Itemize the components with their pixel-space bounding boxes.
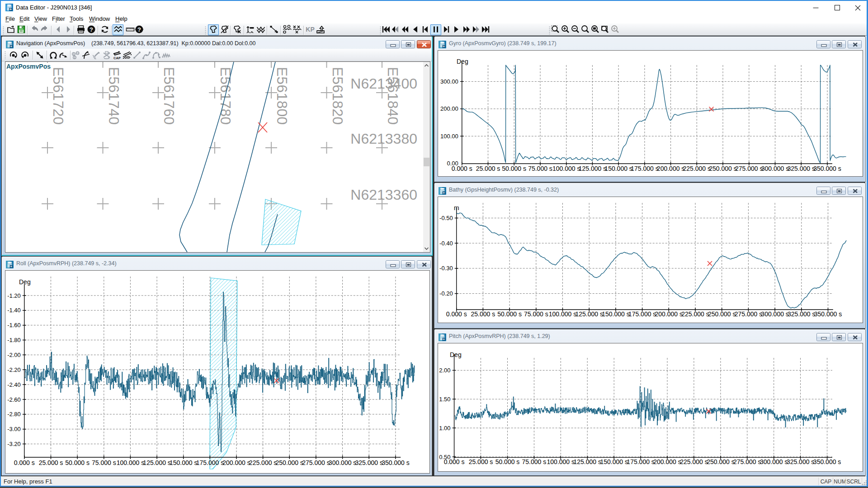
svg-text:200.000 s: 200.000 s: [222, 459, 250, 466]
svg-text:25.000 s: 25.000 s: [39, 459, 63, 466]
svg-text:100.000 s: 100.000 s: [117, 459, 145, 466]
svg-text:-3.20: -3.20: [7, 441, 21, 447]
svg-text:CAP: CAP: [113, 56, 121, 60]
svg-text:1.50: 1.50: [439, 396, 450, 403]
svg-text:E561740: E561740: [106, 67, 122, 125]
svg-text:175.000 s: 175.000 s: [627, 458, 655, 465]
svg-text:200.000 s: 200.000 s: [657, 165, 685, 172]
svg-text:-2.40: -2.40: [7, 381, 21, 388]
svg-text:325.000 s: 325.000 s: [355, 459, 383, 466]
svg-text:-0.30: -0.30: [439, 265, 453, 272]
svg-text:N6213400: N6213400: [350, 75, 417, 92]
svg-text:75.000 s: 75.000 s: [524, 310, 548, 318]
svg-text:325.000 s: 325.000 s: [787, 458, 815, 465]
svg-text:50.000 s: 50.000 s: [65, 459, 90, 466]
svg-text:275.000 s: 275.000 s: [735, 310, 763, 318]
svg-text:-2.60: -2.60: [7, 396, 21, 403]
svg-text:E561820: E561820: [330, 67, 346, 125]
svg-text:300.000 s: 300.000 s: [761, 310, 789, 318]
svg-text:200.000 s: 200.000 s: [653, 458, 681, 465]
svg-text:125.000 s: 125.000 s: [579, 165, 607, 172]
svg-text:0.000 s: 0.000 s: [14, 459, 35, 466]
svg-text:250.000 s: 250.000 s: [709, 165, 737, 172]
svg-text:?: ?: [90, 26, 93, 33]
svg-text:50.000 s: 50.000 s: [497, 310, 522, 318]
svg-text:50.000 s: 50.000 s: [502, 165, 526, 172]
svg-text:200.000 s: 200.000 s: [655, 310, 683, 318]
svg-text:300.000 s: 300.000 s: [761, 165, 789, 172]
svg-text:275.000 s: 275.000 s: [735, 165, 763, 172]
svg-text:75.000 s: 75.000 s: [522, 458, 547, 465]
svg-text:150.000 s: 150.000 s: [602, 310, 630, 318]
svg-text:-2.80: -2.80: [7, 411, 21, 418]
svg-text:225.000 s: 225.000 s: [683, 165, 711, 172]
svg-text:-1.40: -1.40: [7, 307, 21, 314]
svg-text:-3.00: -3.00: [7, 426, 21, 432]
svg-text:175.000 s: 175.000 s: [631, 165, 659, 172]
svg-text:E561760: E561760: [161, 67, 177, 125]
svg-text:100.00: 100.00: [440, 133, 458, 140]
svg-text:175.000 s: 175.000 s: [628, 310, 656, 318]
svg-text:150.000 s: 150.000 s: [604, 165, 632, 172]
svg-text:0.000 s: 0.000 s: [452, 165, 472, 172]
svg-text:300.00: 300.00: [440, 78, 458, 85]
svg-text:-2.00: -2.00: [7, 352, 21, 358]
svg-text:150.000 s: 150.000 s: [600, 458, 628, 465]
svg-text:125.000 s: 125.000 s: [573, 458, 601, 465]
svg-text:E561720: E561720: [50, 67, 66, 125]
svg-text:-1.80: -1.80: [7, 337, 21, 343]
svg-text:Deg: Deg: [450, 351, 462, 358]
svg-text:275.000 s: 275.000 s: [302, 459, 330, 466]
svg-text:2.00: 2.00: [439, 367, 450, 374]
svg-text:150.000 s: 150.000 s: [170, 459, 198, 466]
svg-text:325.000 s: 325.000 s: [787, 165, 815, 172]
svg-text:250.000 s: 250.000 s: [276, 459, 304, 466]
svg-text:KP: KP: [306, 26, 314, 33]
svg-text:275.000 s: 275.000 s: [733, 458, 761, 465]
svg-text:m: m: [454, 204, 459, 211]
svg-text:-0.40: -0.40: [439, 240, 453, 247]
svg-text:N6213380: N6213380: [350, 131, 417, 147]
svg-text:1.00: 1.00: [439, 425, 450, 432]
svg-text:0.000 s: 0.000 s: [446, 310, 467, 318]
svg-text:0.000 s: 0.000 s: [444, 458, 465, 465]
svg-text:300.000 s: 300.000 s: [329, 459, 357, 466]
svg-text:25.000 s: 25.000 s: [469, 458, 493, 465]
svg-text:Deg: Deg: [19, 278, 31, 286]
svg-text:?: ?: [137, 26, 141, 33]
svg-text:25.000 s: 25.000 s: [471, 310, 495, 318]
svg-text:75.000 s: 75.000 s: [92, 459, 116, 466]
svg-text:Deg: Deg: [457, 58, 468, 65]
svg-text:75.000 s: 75.000 s: [528, 165, 552, 172]
svg-text:-0.50: -0.50: [439, 215, 453, 221]
svg-text:100.000 s: 100.000 s: [547, 458, 575, 465]
svg-text:-0.20: -0.20: [439, 290, 453, 297]
svg-text:-2.20: -2.20: [7, 366, 21, 373]
svg-text:125.000 s: 125.000 s: [575, 310, 603, 318]
svg-text:100.000 s: 100.000 s: [549, 310, 577, 318]
svg-text:325.000 s: 325.000 s: [788, 310, 816, 318]
svg-text:225.000 s: 225.000 s: [681, 310, 709, 318]
svg-text:N6213360: N6213360: [350, 187, 417, 203]
svg-text:300.000 s: 300.000 s: [760, 458, 788, 465]
svg-text:350.000 s: 350.000 s: [813, 458, 841, 465]
svg-text:350.000 s: 350.000 s: [382, 459, 410, 466]
svg-text:125.000 s: 125.000 s: [143, 459, 171, 466]
svg-text:250.000 s: 250.000 s: [707, 458, 735, 465]
svg-text:E561800: E561800: [274, 67, 290, 125]
svg-text:-1.20: -1.20: [7, 292, 21, 299]
svg-text:250.000 s: 250.000 s: [708, 310, 736, 318]
svg-text:350.000 s: 350.000 s: [813, 165, 841, 172]
svg-text:100.000 s: 100.000 s: [552, 165, 580, 172]
svg-text:-1.60: -1.60: [7, 322, 21, 328]
svg-text:50.000 s: 50.000 s: [495, 458, 520, 465]
svg-text:25.000 s: 25.000 s: [476, 165, 500, 172]
svg-text:225.000 s: 225.000 s: [680, 458, 708, 465]
svg-text:175.000 s: 175.000 s: [196, 459, 224, 466]
svg-text:200.00: 200.00: [440, 105, 458, 112]
svg-text:350.000 s: 350.000 s: [814, 310, 842, 318]
svg-text:225.000 s: 225.000 s: [249, 459, 277, 466]
